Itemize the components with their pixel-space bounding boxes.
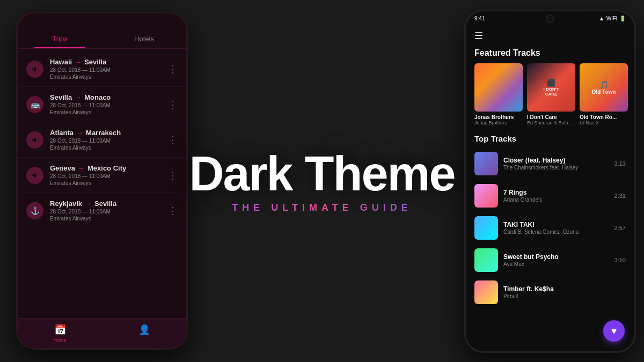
more-icon[interactable]: ⋮ <box>168 171 178 180</box>
signal-icon: ▲ <box>599 16 604 21</box>
music-header: ☰ <box>466 26 634 48</box>
trip-details: 28 Oct, 2018 — 11:00AM <box>50 67 168 73</box>
left-phone: Trips Hotels ✈ Hawaii → Sevilla 28 Oct, … <box>16 12 188 350</box>
trip-airline: Emirates Airways <box>50 109 168 115</box>
trip-route: Hawaii → Sevilla <box>50 58 168 66</box>
fab-button[interactable]: ♥ <box>603 320 625 342</box>
trip-item[interactable]: ✈ Geneva → Mexico City 28 Oct, 2018 — 11… <box>18 158 186 193</box>
thumb-art-2: ⬛ I DON'T CARE <box>527 63 575 112</box>
track-art-2 <box>474 184 498 208</box>
top-tracks-title: Top Tracks <box>466 134 634 147</box>
trip-from: Atlanta <box>50 129 74 137</box>
more-icon[interactable]: ⋮ <box>168 206 178 216</box>
featured-thumb-3: 🎵 Old Town <box>580 63 628 112</box>
trip-details: 28 Oct, 2018 — 11:00AM <box>50 209 168 215</box>
nav-profile[interactable]: 👤 <box>102 324 186 343</box>
track-duration: 2:31 <box>614 193 626 199</box>
track-artist: The Chainsmokers feat. Halsey <box>503 165 609 171</box>
track-duration: 2:57 <box>614 225 626 231</box>
track-art-4 <box>474 248 498 272</box>
wifi-icon: WiFi <box>606 16 617 21</box>
trip-route: Sevilla → Monaco <box>50 93 168 101</box>
trip-to: Marrakech <box>86 129 121 137</box>
hamburger-icon[interactable]: ☰ <box>474 30 483 42</box>
thumb-art-3: 🎵 Old Town <box>580 63 628 112</box>
more-icon[interactable]: ⋮ <box>168 100 178 109</box>
trip-airline: Emirates Airways <box>50 74 168 80</box>
trip-icon-flight: ✈ <box>26 131 43 149</box>
bottom-nav: 📅 Home 👤 <box>18 318 186 348</box>
left-phone-screen: Trips Hotels ✈ Hawaii → Sevilla 28 Oct, … <box>18 13 186 348</box>
trip-list: ✈ Hawaii → Sevilla 28 Oct, 2018 — 11:00A… <box>18 49 186 318</box>
featured-card-artist: Ed Sheeran & Bieber's <box>527 120 575 125</box>
track-item[interactable]: TAKI TAKI Cardi B, Selena Gomez ,Ozuna 2… <box>466 212 634 244</box>
more-icon[interactable]: ⋮ <box>168 135 178 145</box>
featured-section-title: Featured Tracks <box>466 48 634 63</box>
trip-info: Hawaii → Sevilla 28 Oct, 2018 — 11:00AM … <box>50 58 168 80</box>
tab-hotels[interactable]: Hotels <box>102 29 186 48</box>
trip-from: Sevilla <box>50 93 72 101</box>
arrow-icon: → <box>75 58 82 66</box>
track-thumb <box>474 248 498 272</box>
featured-card[interactable]: 🎵 Old Town Old Town Ro... Lil Nas X <box>580 63 628 125</box>
track-name: TAKI TAKI <box>503 221 609 228</box>
trip-icon-bus: 🚌 <box>26 96 43 113</box>
track-thumb <box>474 280 498 304</box>
track-duration: 3:13 <box>614 160 626 167</box>
track-thumb <box>474 216 498 240</box>
trip-route: Reykjavik → Sevilla <box>50 200 168 208</box>
trip-icon-flight: ✈ <box>26 61 43 78</box>
nav-home[interactable]: 📅 Home <box>18 324 102 343</box>
trip-airline: Emirates Airways <box>50 180 168 186</box>
trip-item[interactable]: ✈ Atlanta → Marrakech 28 Oct, 2018 — 11:… <box>18 122 186 158</box>
trip-airline: Emirates Airways <box>50 216 168 221</box>
arrow-icon: → <box>75 93 82 101</box>
track-duration: 3:10 <box>614 257 626 263</box>
track-art-3 <box>474 216 498 240</box>
featured-tracks: Jonas Brothers Jonas Brothers ⬛ I DON'T … <box>466 63 634 134</box>
track-artist: Cardi B, Selena Gomez ,Ozuna <box>503 229 609 235</box>
trip-icon-flight: ✈ <box>26 167 43 184</box>
track-name: Closer (feat. Halsey) <box>503 157 609 164</box>
track-artist: Pitbull <box>503 293 620 299</box>
featured-thumb-1 <box>474 63 523 112</box>
arrow-icon: → <box>78 164 85 172</box>
featured-card[interactable]: ⬛ I DON'T CARE I Don't Care Ed Sheeran &… <box>527 63 575 125</box>
heart-icon: ♥ <box>611 326 617 337</box>
track-name: Timber ft. Ke$ha <box>503 285 620 293</box>
track-item[interactable]: Closer (feat. Halsey) The Chainsmokers f… <box>466 147 634 180</box>
track-thumb <box>474 152 498 175</box>
trip-details: 28 Oct, 2018 — 11:00AM <box>50 173 168 179</box>
tab-trips[interactable]: Trips <box>18 29 102 48</box>
featured-card-title: Old Town Ro... <box>580 114 628 120</box>
arrow-icon: → <box>76 129 83 137</box>
right-phone: 9:41 ▲ WiFi 🔋 ☰ Featured Tracks Jonas Br… <box>464 10 636 353</box>
track-info: 7 Rings Ariana Grande's <box>503 189 609 203</box>
featured-card-title: I Don't Care <box>527 114 575 120</box>
featured-thumb-2: ⬛ I DON'T CARE <box>527 63 575 112</box>
featured-card[interactable]: Jonas Brothers Jonas Brothers <box>474 63 523 125</box>
nav-home-label: Home <box>53 337 66 343</box>
thumb-art-1 <box>474 63 523 112</box>
trip-info: Sevilla → Monaco 28 Oct, 2018 — 11:00AM … <box>50 93 168 115</box>
featured-card-title: Jonas Brothers <box>474 114 523 120</box>
trip-info: Atlanta → Marrakech 28 Oct, 2018 — 11:00… <box>50 129 168 151</box>
trip-airline: Emirates Airways <box>50 145 168 151</box>
track-artist: Ava Max <box>503 261 609 267</box>
more-icon[interactable]: ⋮ <box>168 64 178 74</box>
trip-item[interactable]: ⚓ Reykjavik → Sevilla 28 Oct, 2018 — 11:… <box>18 193 186 228</box>
trip-item[interactable]: 🚌 Sevilla → Monaco 28 Oct, 2018 — 11:00A… <box>18 87 186 122</box>
home-icon: 📅 <box>54 324 66 336</box>
arrow-icon: → <box>85 200 92 208</box>
trip-item[interactable]: ✈ Hawaii → Sevilla 28 Oct, 2018 — 11:00A… <box>18 51 186 87</box>
trip-icon-ship: ⚓ <box>26 202 43 219</box>
track-item[interactable]: Timber ft. Ke$ha Pitbull <box>466 276 634 308</box>
track-info: Closer (feat. Halsey) The Chainsmokers f… <box>503 157 609 171</box>
track-item[interactable]: Sweet but Psycho Ava Max 3:10 <box>466 244 634 276</box>
track-info: Sweet but Psycho Ava Max <box>503 253 609 267</box>
track-item[interactable]: 7 Rings Ariana Grande's 2:31 <box>466 180 634 212</box>
track-name: 7 Rings <box>503 189 609 196</box>
trip-details: 28 Oct, 2018 — 11:00AM <box>50 138 168 144</box>
trip-to: Monaco <box>84 93 111 101</box>
trip-from: Hawaii <box>50 58 72 66</box>
